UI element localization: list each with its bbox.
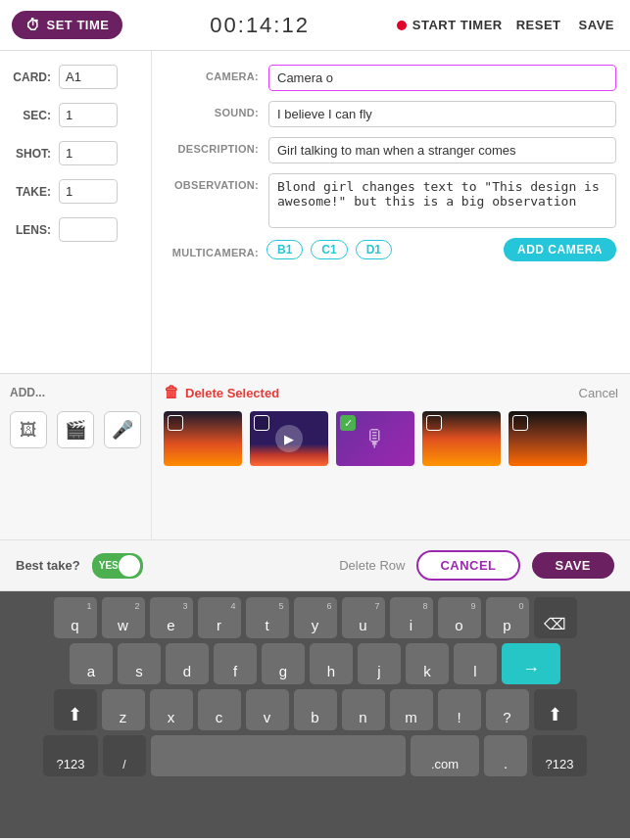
camera-row: CAMERA: — [166, 65, 616, 91]
key-l[interactable]: l — [454, 643, 497, 684]
key-j[interactable]: j — [358, 643, 401, 684]
best-take-toggle[interactable]: YES — [92, 553, 143, 579]
observation-input[interactable]: Blond girl changes text to "This design … — [268, 173, 616, 228]
key-b[interactable]: b — [294, 689, 337, 730]
key-num-switch-right[interactable]: ?123 — [532, 735, 587, 776]
key-backspace[interactable]: ⌫ — [534, 597, 577, 638]
add-video-button[interactable]: 🎬 — [57, 411, 94, 448]
main-form-area: CARD: SEC: SHOT: TAKE: LENS: CAMERA: SOU… — [0, 51, 630, 374]
key-space[interactable] — [151, 735, 406, 776]
key-w[interactable]: 2w — [102, 597, 145, 638]
key-period[interactable]: . — [484, 735, 527, 776]
reset-button[interactable]: RESET — [512, 18, 565, 32]
key-d[interactable]: d — [166, 643, 209, 684]
key-shift-right[interactable]: ⬆ — [534, 689, 577, 730]
save-top-button[interactable]: SAVE — [575, 18, 618, 32]
key-h[interactable]: h — [310, 643, 353, 684]
toggle-yes-button[interactable]: YES — [92, 553, 143, 579]
save-button[interactable]: SAVE — [532, 552, 614, 579]
cancel-media-button[interactable]: Cancel — [579, 386, 618, 400]
toggle-yes-label: YES — [99, 560, 119, 571]
key-m[interactable]: m — [390, 689, 433, 730]
description-input[interactable] — [268, 137, 616, 163]
key-s[interactable]: s — [118, 643, 161, 684]
clock-icon: ⏱ — [25, 17, 41, 33]
shot-input[interactable] — [59, 141, 118, 165]
key-q[interactable]: 1q — [54, 597, 97, 638]
card-field-row: CARD: — [10, 65, 141, 89]
play-icon: ▶ — [275, 425, 303, 452]
add-left-panel: ADD... 🖼 🎬 🎤 — [0, 374, 152, 539]
thumbnail-4[interactable] — [422, 411, 501, 466]
add-photo-button[interactable]: 🖼 — [10, 411, 47, 448]
key-k[interactable]: k — [406, 643, 449, 684]
mic-icon: 🎤 — [112, 419, 133, 441]
delete-selected-button[interactable]: 🗑 Delete Selected — [164, 384, 279, 401]
sound-row: SOUND: — [166, 101, 616, 127]
shot-label: SHOT: — [10, 147, 51, 161]
key-g[interactable]: g — [262, 643, 305, 684]
thumbnail-1[interactable] — [164, 411, 242, 466]
timer-display: 00:14:12 — [132, 13, 386, 38]
lens-input[interactable] — [59, 217, 118, 242]
camera-badge-c1[interactable]: C1 — [311, 240, 347, 259]
key-r[interactable]: 4r — [198, 597, 241, 638]
keyboard: 1q 2w 3e 4r 5t 6y 7u 8i 9o 0p ⌫ a s d f … — [0, 591, 630, 838]
key-num-switch[interactable]: ?123 — [43, 735, 98, 776]
add-camera-button[interactable]: ADD CAMERA — [504, 238, 616, 261]
key-f[interactable]: f — [214, 643, 257, 684]
left-panel: CARD: SEC: SHOT: TAKE: LENS: — [0, 51, 152, 373]
set-time-button[interactable]: ⏱ SET TIME — [12, 11, 122, 39]
thumbnail-2[interactable]: ▶ — [250, 411, 328, 466]
key-exclamation[interactable]: ! — [438, 689, 481, 730]
sound-input[interactable] — [268, 101, 616, 127]
thumb-checkbox-4[interactable] — [426, 415, 442, 431]
take-input[interactable] — [59, 179, 118, 204]
multicamera-label: MULTICAMERA: — [166, 241, 259, 258]
keyboard-row-1: 1q 2w 3e 4r 5t 6y 7u 8i 9o 0p ⌫ — [4, 597, 626, 638]
key-y[interactable]: 6y — [294, 597, 337, 638]
cancel-button[interactable]: CANCEL — [416, 550, 519, 581]
key-o[interactable]: 9o — [438, 597, 481, 638]
delete-row-button[interactable]: Delete Row — [339, 558, 405, 573]
key-return[interactable]: → — [502, 643, 560, 684]
key-a[interactable]: a — [70, 643, 113, 684]
description-label: DESCRIPTION: — [166, 137, 259, 155]
key-question[interactable]: ? — [486, 689, 529, 730]
add-right-panel: 🗑 Delete Selected Cancel ▶ ✓ 🎙 — [152, 374, 630, 539]
key-slash[interactable]: / — [103, 735, 146, 776]
key-t[interactable]: 5t — [246, 597, 289, 638]
start-timer-button[interactable]: START TIMER — [397, 18, 503, 32]
card-input[interactable] — [59, 65, 118, 89]
key-c[interactable]: c — [198, 689, 241, 730]
key-v[interactable]: v — [246, 689, 289, 730]
thumb-checkbox-5[interactable] — [512, 415, 528, 431]
thumbnail-3[interactable]: ✓ 🎙 — [336, 411, 414, 466]
camera-input[interactable] — [268, 65, 616, 91]
key-p[interactable]: 0p — [486, 597, 529, 638]
add-right-header: 🗑 Delete Selected Cancel — [164, 384, 618, 401]
key-u[interactable]: 7u — [342, 597, 385, 638]
lens-field-row: LENS: — [10, 217, 141, 242]
shot-field-row: SHOT: — [10, 141, 141, 165]
thumb-mic-overlay: 🎙 — [336, 411, 414, 466]
key-n[interactable]: n — [342, 689, 385, 730]
delete-selected-label: Delete Selected — [185, 386, 279, 400]
key-z[interactable]: z — [102, 689, 145, 730]
sec-input[interactable] — [59, 103, 118, 127]
key-x[interactable]: x — [150, 689, 193, 730]
microphone-icon: 🎙 — [363, 425, 387, 452]
add-audio-button[interactable]: 🎤 — [104, 411, 141, 448]
thumb-checkbox-1[interactable] — [168, 415, 183, 431]
keyboard-row-4: ?123 / .com . ?123 — [4, 735, 626, 776]
key-dotcom[interactable]: .com — [411, 735, 479, 776]
camera-badge-b1[interactable]: B1 — [267, 240, 303, 259]
observation-label: OBSERVATION: — [166, 173, 259, 191]
key-shift-left[interactable]: ⬆ — [54, 689, 97, 730]
key-e[interactable]: 3e — [150, 597, 193, 638]
take-label: TAKE: — [10, 185, 51, 199]
camera-badge-d1[interactable]: D1 — [356, 240, 392, 259]
thumbnail-5[interactable] — [509, 411, 587, 466]
sec-label: SEC: — [10, 109, 51, 122]
key-i[interactable]: 8i — [390, 597, 433, 638]
